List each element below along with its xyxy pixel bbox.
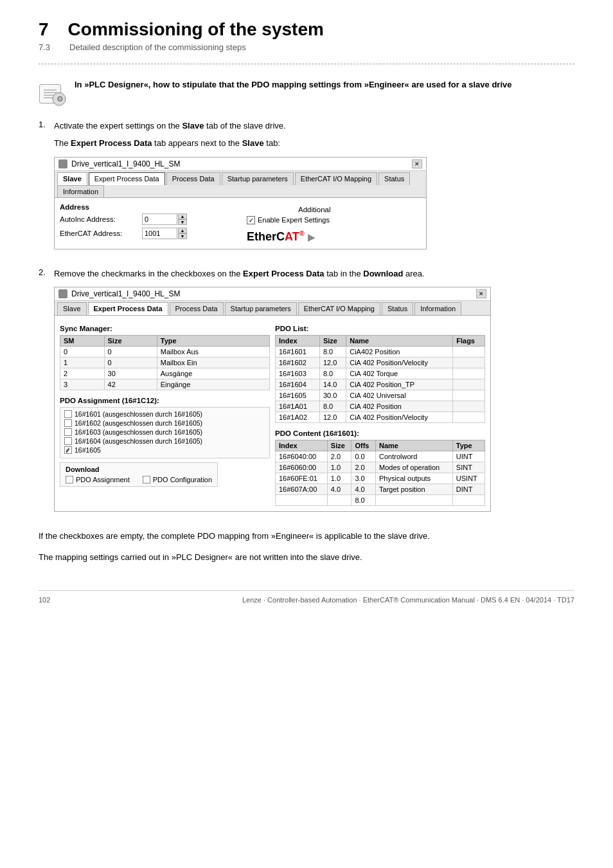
tab-status-w2[interactable]: Status (382, 302, 413, 315)
pdo-content-table: Index Size Offs Name Type (275, 440, 485, 506)
download-row: PDO Assignment PDO Configuration (66, 476, 212, 484)
pdo-row-0: 16#1601 8.0 CiA402 Position (276, 347, 485, 357)
pdo-content-col-offs: Offs (351, 440, 376, 451)
sm-col-sm: SM (60, 336, 105, 347)
tab-info-w1[interactable]: Information (57, 185, 104, 197)
enable-expert-label: Enable Expert Settings (258, 216, 330, 224)
sm-row-1: 1 0 Mailbox Ein (60, 357, 270, 368)
chapter-subtitle: Detailed description of the commissionin… (69, 42, 246, 52)
tab-process-w2[interactable]: Process Data (170, 302, 224, 315)
tab-status-w1[interactable]: Status (378, 172, 410, 185)
pdo-col-name: Name (346, 336, 453, 347)
pdo-col-flags: Flags (453, 336, 485, 347)
pdo-content-title: PDO Content (16#1601): (275, 429, 485, 437)
ethercat-addr-down[interactable]: ▼ (178, 233, 187, 239)
sm-1-type: Mailbox Ein (157, 357, 269, 368)
window-1-title: Drive_vertical1_I_9400_HL_SM (71, 159, 408, 168)
autoinc-input[interactable]: 0 (142, 213, 177, 225)
download-pdo-assign-label: PDO Assignment (76, 476, 130, 484)
pdo-row-2: 16#1603 8.0 CiA 402 Torque (276, 368, 485, 379)
tab-startup-w2[interactable]: Startup parameters (225, 302, 297, 315)
window-2-icon (58, 289, 67, 298)
sm-1-sm: 1 (60, 357, 105, 368)
enable-expert-row: Enable Expert Settings (247, 216, 421, 224)
download-pdo-config-cb[interactable] (143, 476, 150, 484)
download-pdo-assignment: PDO Assignment (66, 476, 130, 484)
step-1-number: 1. (39, 120, 54, 260)
pdo-assign-cb-1[interactable] (64, 419, 72, 427)
footer-page-num: 102 (39, 596, 50, 604)
autoinc-up[interactable]: ▲ (178, 213, 187, 219)
tab-expert-w1[interactable]: Expert Process Data (89, 172, 165, 185)
step-1-body: Activate the expert settings on the Slav… (54, 120, 574, 260)
sm-row-2: 2 30 Ausgänge (60, 368, 270, 379)
window-1-close[interactable]: ✕ (412, 159, 422, 168)
pdo-content-col-name: Name (376, 440, 453, 451)
autoinc-down[interactable]: ▼ (178, 219, 187, 225)
download-title: Download (66, 466, 212, 473)
autoinc-spinbox[interactable]: 0 ▲ ▼ (142, 213, 187, 225)
ethercat-addr-row: EtherCAT Address: 1001 ▲ ▼ (60, 228, 234, 239)
pdo-row-5: 16#1A01 8.0 CiA 402 Position (276, 401, 485, 412)
page-header: 7 Commissioning of the system 7.3 Detail… (39, 19, 574, 52)
tab-process-w1[interactable]: Process Data (166, 172, 220, 185)
pdo-content-row-2: 16#60FE:01 1.0 3.0 Physical outputs USIN… (276, 473, 485, 484)
window-2-close[interactable]: ✕ (476, 289, 486, 298)
ethercat-addr-spinbox[interactable]: 1001 ▲ ▼ (142, 228, 187, 239)
svg-text:⚙: ⚙ (57, 95, 64, 104)
window-2-content: Sync Manager: SM Size Type (55, 316, 490, 511)
pdo-assign-cb-3[interactable] (64, 437, 72, 445)
sm-row-3: 3 42 Eingänge (60, 379, 270, 390)
tab-slave-w2[interactable]: Slave (57, 302, 87, 315)
tab-startup-w1[interactable]: Startup parameters (222, 172, 294, 185)
pdo-assign-label-0: 16#1601 (ausgeschlossen durch 16#1605) (75, 410, 202, 418)
note-icon: ⚙ (39, 80, 67, 108)
download-section: Download PDO Assignment PDO Configuratio… (60, 462, 218, 487)
tab-expert-w2[interactable]: Expert Process Data (88, 302, 168, 315)
pdo-content-row-0: 16#6040:00 2.0 0.0 Controlword UINT (276, 451, 485, 462)
pdo-col-index: Index (276, 336, 320, 347)
window-2-title: Drive_vertical1_I_9400_HL_SM (71, 289, 472, 298)
pdo-content-col-type: Type (452, 440, 484, 451)
pdo-assign-0: 16#1601 (ausgeschlossen durch 16#1605) (64, 410, 265, 418)
note-text: In »PLC Designer«, how to stipulate that… (75, 78, 512, 91)
step-1-text: Activate the expert settings on the Slav… (54, 120, 574, 133)
enable-expert-checkbox[interactable] (247, 216, 255, 224)
ethercat-addr-label: EtherCAT Address: (60, 230, 137, 237)
pdo-col-size: Size (319, 336, 346, 347)
pdo-content-row-3: 16#607A:00 4.0 4.0 Target position DINT (276, 484, 485, 495)
step-2-body: Remove the checkmarks in the checkboxes … (54, 267, 574, 523)
pdo-assign-cb-2[interactable] (64, 428, 72, 436)
ethercat-logo: EtherCAT® ▶ (247, 230, 315, 243)
tab-ethercat-w1[interactable]: EtherCAT I/O Mapping (295, 172, 377, 185)
window-2-tabbar: Slave Expert Process Data Process Data S… (55, 301, 490, 316)
pdo-assign-2: 16#1603 (ausgeschlossen durch 16#1605) (64, 428, 265, 436)
pdo-row-6: 16#1A02 12.0 CiA 402 Position/Velocity (276, 412, 485, 423)
pdo-row-1: 16#1602 12.0 CiA 402 Position/Velocity (276, 357, 485, 368)
divider (39, 64, 574, 64)
download-pdo-assign-cb[interactable] (66, 476, 73, 484)
sm-3-size: 42 (104, 379, 157, 390)
pdo-assign-cb-4[interactable]: ✓ (64, 446, 72, 454)
tab-ethercat-w2[interactable]: EtherCAT I/O Mapping (298, 302, 380, 315)
tab-info-w2[interactable]: Information (414, 302, 461, 315)
ethercat-addr-input[interactable]: 1001 (142, 228, 177, 239)
sm-col-size: Size (104, 336, 157, 347)
pdo-row-3: 16#1604 14.0 CiA 402 Position_TP (276, 379, 485, 390)
autoinc-row: AutoInc Address: 0 ▲ ▼ (60, 213, 234, 225)
step-1-row: 1. Activate the expert settings on the S… (39, 120, 574, 260)
sm-0-sm: 0 (60, 347, 105, 357)
ethercat-addr-up[interactable]: ▲ (178, 228, 187, 233)
pdo-content-row-4: 8.0 (276, 495, 485, 506)
pdo-row-4: 16#1605 30.0 CiA 402 Universal (276, 390, 485, 401)
pdo-list-title: PDO List: (275, 325, 485, 332)
note-box: ⚙ In »PLC Designer«, how to stipulate th… (39, 78, 574, 108)
pdo-assignment-section: 16#1601 (ausgeschlossen durch 16#1605) 1… (60, 407, 270, 458)
chapter-num: 7 (39, 19, 49, 40)
sm-2-type: Ausgänge (157, 368, 269, 379)
pdo-assign-cb-0[interactable] (64, 410, 72, 418)
autoinc-label: AutoInc Address: (60, 215, 137, 223)
chapter-title: Commissioning of the system (68, 19, 324, 40)
window-1-titlebar: Drive_vertical1_I_9400_HL_SM ✕ (55, 158, 426, 171)
tab-slave-w1[interactable]: Slave (57, 172, 87, 185)
